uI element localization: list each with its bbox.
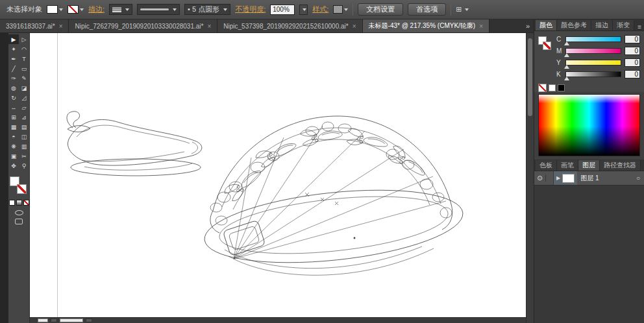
pencil-tool[interactable]: ✎ [19, 73, 29, 83]
workspace-switcher[interactable]: ⊞ [456, 5, 468, 14]
magenta-value[interactable]: 0 [625, 47, 640, 55]
lasso-tool[interactable]: ◠ [19, 44, 29, 54]
free-transform-tool[interactable]: ▱ [19, 102, 29, 112]
stroke-weight-dropdown[interactable] [109, 4, 132, 15]
tab-layers[interactable]: 图层 [578, 160, 600, 171]
panel-menu-icon[interactable]: ≡ [635, 23, 644, 30]
style-panel-link[interactable]: 样式: [312, 5, 328, 14]
status-dropdown[interactable] [51, 318, 57, 322]
tab-color[interactable]: 颜色 [536, 20, 557, 30]
white-swatch[interactable] [549, 84, 556, 91]
black-swatch[interactable] [558, 84, 565, 91]
opacity-input[interactable]: 100% [270, 5, 295, 15]
stroke-indicator[interactable] [17, 184, 27, 194]
stroke-none-swatch[interactable] [68, 5, 79, 14]
stroke-color-picker[interactable] [68, 5, 84, 14]
tab-brushes[interactable]: 画笔 [557, 160, 578, 171]
status-artboard-nav-field[interactable] [60, 318, 83, 322]
layer-row[interactable]: ⊙ ▶ 图层 1 ○ [534, 171, 644, 185]
slider-knob[interactable] [564, 65, 569, 69]
paintbrush-tool[interactable]: ✑ [8, 73, 19, 83]
line-segment-tool[interactable]: ╱ [8, 64, 19, 73]
magenta-slider[interactable] [565, 48, 621, 54]
hand-tool[interactable]: ✥ [8, 161, 19, 171]
document-tab[interactable]: 33916183037.ai* × [0, 19, 69, 32]
blob-brush-tool[interactable]: ◍ [8, 83, 19, 93]
tab-overflow-icon[interactable]: » [522, 19, 534, 32]
layer-name[interactable]: 图层 1 [580, 174, 599, 183]
artboard-tool[interactable]: ▣ [8, 151, 19, 161]
color-mode-button[interactable] [9, 200, 15, 206]
status-zoom-field[interactable] [38, 318, 48, 322]
symbol-sprayer-tool[interactable]: ❋ [8, 141, 19, 151]
slice-tool[interactable]: ✂ [19, 151, 29, 161]
selection-tool[interactable]: ▶ [8, 34, 19, 44]
opacity-dropdown-button[interactable] [299, 5, 308, 15]
eraser-tool[interactable]: ◪ [19, 83, 29, 93]
status-nav-button[interactable] [86, 318, 92, 322]
document-setup-button[interactable]: 文档设置 [358, 3, 403, 16]
color-spectrum[interactable] [538, 94, 640, 156]
stroke-panel-link[interactable]: 描边: [88, 5, 105, 14]
tab-gradient[interactable]: 渐变 [613, 20, 634, 30]
tab-pathfinder[interactable]: 路径查找器 [600, 160, 641, 171]
scrollbar-thumb[interactable] [528, 38, 532, 116]
fill-stroke-mini[interactable] [537, 35, 554, 78]
fill-stroke-indicator[interactable] [9, 176, 29, 197]
gradient-tool[interactable]: ▤ [19, 122, 29, 132]
magic-wand-tool[interactable]: ✦ [8, 44, 19, 54]
tab-color-guide[interactable]: 颜色参考 [557, 20, 591, 30]
zoom-tool[interactable]: ⚲ [19, 161, 29, 171]
expand-arrow-icon[interactable]: ▶ [556, 175, 560, 181]
canvas[interactable] [30, 33, 526, 317]
preferences-button[interactable]: 首选项 [408, 3, 446, 16]
perspective-grid-tool[interactable]: ⊿ [19, 112, 29, 122]
yellow-value[interactable]: 0 [625, 58, 640, 67]
eyedropper-tool[interactable]: ◓ [8, 132, 19, 141]
stroke-indicator[interactable] [543, 42, 551, 50]
close-icon[interactable]: × [207, 23, 211, 30]
canvas-vertical-scrollbar[interactable] [526, 33, 534, 323]
black-value[interactable]: 0 [625, 70, 640, 78]
scale-tool[interactable]: ◿ [19, 93, 29, 102]
none-mode-button[interactable] [23, 200, 29, 206]
yellow-slider[interactable] [565, 60, 621, 66]
opacity-panel-link[interactable]: 不透明度: [235, 5, 266, 14]
lock-toggle[interactable] [546, 171, 554, 185]
close-icon[interactable]: × [479, 23, 483, 30]
slider-knob[interactable] [564, 77, 569, 80]
none-swatch[interactable] [538, 84, 547, 92]
fill-swatch[interactable] [47, 5, 58, 14]
pen-tool[interactable]: ✒ [8, 54, 19, 64]
direct-selection-tool[interactable]: ▷ [19, 34, 29, 44]
mesh-tool[interactable]: ▦ [8, 122, 19, 132]
artwork-outline-preview[interactable] [30, 33, 526, 317]
fill-color-picker[interactable] [47, 5, 63, 14]
black-slider[interactable] [565, 71, 621, 77]
close-icon[interactable]: × [353, 23, 356, 30]
drawing-modes-icon[interactable] [15, 210, 23, 215]
type-tool[interactable]: T [19, 54, 29, 64]
gradient-mode-button[interactable] [16, 200, 22, 206]
blend-tool[interactable]: ◫ [19, 132, 29, 141]
tab-stroke[interactable]: 描边 [591, 20, 613, 30]
target-circle-icon[interactable]: ○ [636, 174, 640, 182]
rectangle-tool[interactable]: ▭ [19, 64, 29, 73]
screen-mode-icon[interactable] [15, 219, 23, 224]
style-picker[interactable] [333, 5, 348, 14]
style-swatch[interactable] [333, 5, 343, 14]
brush-definition-dropdown[interactable]: • 5 点圆形 [184, 4, 230, 15]
rotate-tool[interactable]: ↻ [8, 93, 19, 102]
cyan-slider[interactable] [565, 36, 621, 42]
tab-swatches[interactable]: 色板 [536, 160, 557, 171]
close-icon[interactable]: × [59, 23, 63, 30]
visibility-toggle[interactable]: ⊙ [534, 174, 546, 182]
layer-thumb-area[interactable]: ▶ [554, 171, 577, 185]
column-graph-tool[interactable]: ▥ [19, 141, 29, 151]
shape-builder-tool[interactable]: ⊞ [8, 112, 19, 122]
width-tool[interactable]: ↔ [8, 102, 19, 112]
slider-knob[interactable] [564, 42, 569, 45]
document-tab-active[interactable]: 未标题-43* @ 217.35% (CMYK/轮廓) × [363, 19, 489, 32]
slider-knob[interactable] [564, 53, 569, 57]
document-tab[interactable]: Nipic_537398_20190929202152610000.ai* × [217, 19, 362, 32]
